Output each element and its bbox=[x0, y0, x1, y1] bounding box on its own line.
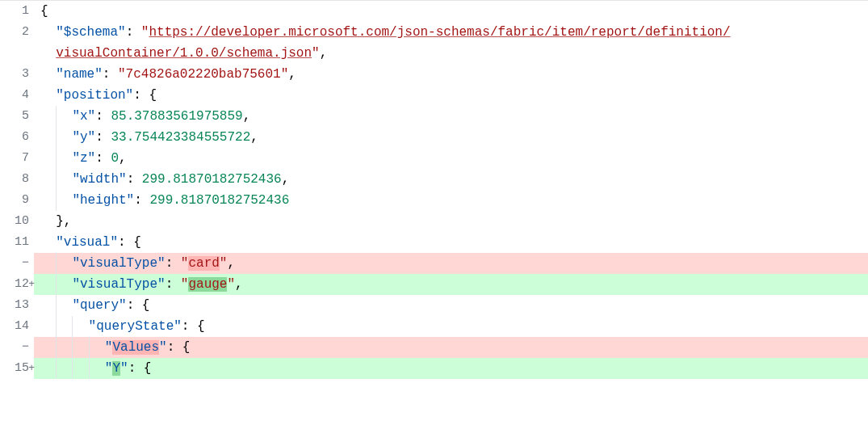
json-token: { bbox=[144, 361, 152, 376]
code-content: "name": "7c4826a02220bab75601", bbox=[34, 64, 868, 85]
json-url-token[interactable]: visualContainer/1.0.0/schema.json bbox=[56, 46, 312, 61]
json-token: 299.81870182752436 bbox=[149, 193, 289, 208]
json-token: { bbox=[182, 340, 191, 355]
json-token: "width" bbox=[72, 172, 126, 187]
json-token: , bbox=[250, 130, 258, 145]
diff-line[interactable]: 8 "width": 299.81870182752436, bbox=[0, 169, 868, 190]
json-token: "y" bbox=[72, 130, 95, 145]
code-content: "position": { bbox=[34, 85, 868, 106]
json-token: " bbox=[181, 277, 189, 292]
json-token: "visualType" bbox=[72, 277, 165, 292]
code-content: "x": 85.37883561975859, bbox=[34, 106, 868, 127]
json-token: : bbox=[134, 193, 149, 208]
json-token: " bbox=[105, 361, 113, 376]
diff-line[interactable]: 1{ bbox=[0, 1, 868, 22]
json-token: , bbox=[227, 256, 235, 271]
code-content: "y": 33.754423384555722, bbox=[34, 127, 868, 148]
json-token: " bbox=[312, 46, 320, 61]
json-token: "7c4826a02220bab75601" bbox=[118, 67, 288, 82]
code-content: "query": { bbox=[34, 295, 868, 316]
json-token: "position" bbox=[56, 88, 133, 103]
code-content: { bbox=[34, 1, 868, 22]
code-content: "visualType": "gauge", bbox=[34, 274, 868, 295]
diff-line[interactable]: 4 "position": { bbox=[0, 85, 868, 106]
diff-line[interactable]: 9 "height": 299.81870182752436 bbox=[0, 190, 868, 211]
json-token: "height" bbox=[72, 193, 134, 208]
line-number-gutter: 6 bbox=[0, 127, 34, 148]
json-token: : bbox=[118, 235, 133, 250]
json-token: "visual" bbox=[56, 235, 118, 250]
diff-line-added[interactable]: 15+ "Y": { bbox=[0, 358, 868, 379]
json-token: : bbox=[95, 151, 111, 166]
json-token: , bbox=[288, 67, 296, 82]
line-number-gutter: − bbox=[0, 337, 34, 358]
json-token: : bbox=[166, 277, 181, 292]
json-token: "name" bbox=[56, 67, 103, 82]
json-token: card bbox=[188, 256, 219, 271]
diff-line[interactable]: 14 "queryState": { bbox=[0, 316, 868, 337]
line-number-gutter: 9 bbox=[0, 190, 34, 211]
code-content: "Values": { bbox=[34, 337, 868, 358]
json-token: "x" bbox=[72, 109, 95, 124]
diff-line[interactable]: 7 "z": 0, bbox=[0, 148, 868, 169]
diff-plus-mark: + bbox=[28, 274, 35, 295]
diff-plus-mark: + bbox=[28, 358, 35, 379]
line-number-gutter: 10 bbox=[0, 211, 34, 232]
diff-line[interactable]: 5 "x": 85.37883561975859, bbox=[0, 106, 868, 127]
line-number-gutter: 1 bbox=[0, 1, 34, 22]
diff-line-added[interactable]: 12+ "visualType": "gauge", bbox=[0, 274, 868, 295]
json-token: 33.754423384555722 bbox=[111, 130, 250, 145]
code-content: "visual": { bbox=[34, 232, 868, 253]
json-token: , bbox=[243, 109, 251, 124]
code-content: }, bbox=[34, 211, 868, 232]
diff-line[interactable]: visualContainer/1.0.0/schema.json", bbox=[0, 43, 868, 64]
json-token: : bbox=[127, 298, 142, 313]
json-token: , bbox=[235, 277, 243, 292]
code-diff-editor[interactable]: 1{2 "$schema": "https://developer.micros… bbox=[0, 0, 868, 379]
json-token: { bbox=[133, 235, 141, 250]
json-url-token[interactable]: https://developer.microsoft.com/json-sch… bbox=[149, 25, 730, 40]
json-token: " bbox=[181, 256, 189, 271]
diff-line[interactable]: 10 }, bbox=[0, 211, 868, 232]
diff-line[interactable]: 3 "name": "7c4826a02220bab75601", bbox=[0, 64, 868, 85]
line-number-gutter: 12+ bbox=[0, 274, 34, 295]
code-content: "height": 299.81870182752436 bbox=[34, 190, 868, 211]
diff-line[interactable]: 13 "query": { bbox=[0, 295, 868, 316]
json-token: : bbox=[128, 361, 144, 376]
json-token: }, bbox=[56, 214, 71, 229]
json-token: : bbox=[95, 109, 111, 124]
json-token: " bbox=[105, 340, 113, 355]
json-token: " bbox=[141, 25, 149, 40]
json-token: : bbox=[103, 67, 118, 82]
diff-line[interactable]: 2 "$schema": "https://developer.microsof… bbox=[0, 22, 868, 43]
json-token: { bbox=[40, 4, 48, 19]
json-token: " bbox=[227, 277, 235, 292]
line-number-gutter: 2 bbox=[0, 22, 34, 43]
json-token: Y bbox=[112, 361, 120, 376]
json-token: : bbox=[133, 88, 149, 103]
line-number-gutter: 3 bbox=[0, 64, 34, 85]
line-number-gutter: 15+ bbox=[0, 358, 34, 379]
line-number-gutter: 5 bbox=[0, 106, 34, 127]
line-number-gutter: 14 bbox=[0, 316, 34, 337]
diff-line-removed[interactable]: − "visualType": "card", bbox=[0, 253, 868, 274]
json-token: "visualType" bbox=[72, 256, 165, 271]
json-token: 0 bbox=[111, 151, 119, 166]
diff-line-removed[interactable]: − "Values": { bbox=[0, 337, 868, 358]
code-content: "visualType": "card", bbox=[34, 253, 868, 274]
diff-line[interactable]: 6 "y": 33.754423384555722, bbox=[0, 127, 868, 148]
line-number-gutter: 8 bbox=[0, 169, 34, 190]
json-token: gauge bbox=[188, 277, 227, 292]
json-token: , bbox=[282, 172, 290, 187]
json-token: : bbox=[126, 25, 141, 40]
json-token: : bbox=[166, 256, 181, 271]
code-content: "width": 299.81870182752436, bbox=[34, 169, 868, 190]
json-token: , bbox=[119, 151, 127, 166]
json-token: 299.81870182752436 bbox=[142, 172, 282, 187]
code-content: "queryState": { bbox=[34, 316, 868, 337]
line-number-gutter: 13 bbox=[0, 295, 34, 316]
line-number-gutter: 7 bbox=[0, 148, 34, 169]
json-token: " bbox=[120, 361, 128, 376]
json-token: { bbox=[197, 319, 205, 334]
diff-line[interactable]: 11 "visual": { bbox=[0, 232, 868, 253]
